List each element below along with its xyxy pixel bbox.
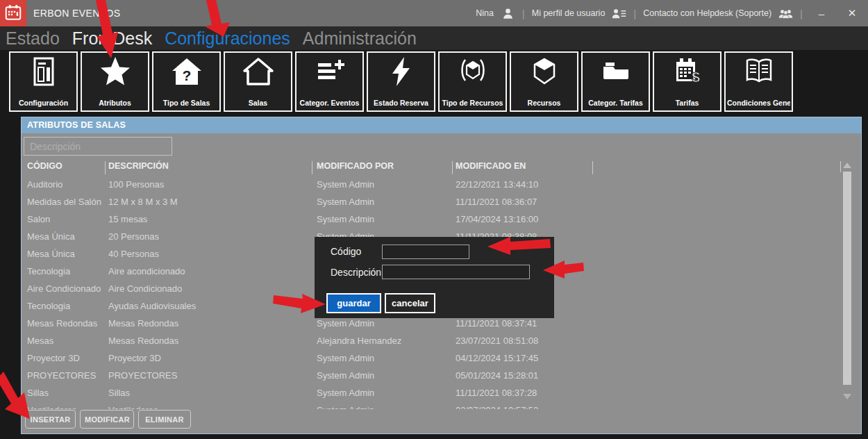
table-cell: Aire Condicionado: [108, 280, 313, 297]
table-cell: System Admin: [317, 210, 452, 228]
star-icon: [82, 55, 148, 88]
menu-item-configuraciones[interactable]: Configuraciones: [165, 26, 290, 50]
toolbar-button-categor-eventos[interactable]: Categor. Eventos: [295, 51, 364, 112]
helpdesk-link[interactable]: Contacto con Helpdesk (Soporte): [643, 8, 771, 18]
table-cell: System Admin: [317, 176, 452, 193]
titlebar: ERBON EVENTOS Nina | Mi perfil de usuari…: [0, 0, 868, 26]
open-book-icon: [726, 55, 792, 88]
table-cell: Sillas: [27, 384, 105, 401]
table-cell: Ventiladores: [108, 401, 313, 409]
scrollbar-down-icon[interactable]: [843, 394, 851, 399]
close-button[interactable]: ✕: [840, 7, 864, 19]
table-cell: Tecnologia: [27, 263, 105, 280]
table-cell: Proyector 3D: [27, 349, 105, 367]
profile-link[interactable]: Mi perfil de usuario: [532, 8, 606, 18]
toolbar-button-label: Configuración: [12, 99, 75, 107]
list-plus-icon: [297, 55, 362, 88]
table-cell: 22/12/2021 13:44:10: [456, 176, 598, 193]
table-cell: PROYECTORES: [27, 367, 105, 384]
toolbar-button-label: Estado Reserva: [369, 99, 433, 107]
folder-icon: [583, 55, 649, 88]
profile-list-icon: [612, 7, 626, 20]
house-icon: [225, 55, 291, 88]
table-row[interactable]: PROYECTORESPROYECTORESSystem Admin05/01/…: [22, 367, 841, 384]
table-row[interactable]: SillasSillasSystem Admin11/11/2021 08:37…: [22, 384, 841, 401]
toolbar-button-atributos[interactable]: Atributos: [81, 51, 149, 112]
toolbar-button-salas[interactable]: Salas: [224, 51, 292, 112]
eliminar-button[interactable]: ELIMINAR: [138, 410, 191, 429]
separator: |: [800, 8, 803, 19]
table-header: CÓDIGODESCRIPCIÓNMODIFICADO PORMODIFICAD…: [22, 161, 840, 175]
toolbar-button-estado-reserva[interactable]: Estado Reserva: [367, 51, 435, 112]
helpdesk-people-icon: [778, 7, 793, 20]
column-header-codigo[interactable]: CÓDIGO: [27, 161, 62, 171]
toolbar-button-tarifas[interactable]: $Tarifas: [653, 51, 721, 112]
app-calendar-icon: [0, 0, 26, 26]
table-row[interactable]: Auditorio100 PersonasSystem Admin22/12/2…: [22, 176, 841, 193]
table-cell: Mesa Única: [27, 228, 105, 245]
user-name[interactable]: Nina: [476, 8, 494, 18]
cube-brackets-icon: [440, 55, 506, 88]
toolbar-button-label: Tipo de Recursos: [441, 99, 504, 107]
toolbar-button-tipo-de-salas[interactable]: ?Tipo de Salas: [152, 51, 221, 112]
table-cell: Aire Condicionado: [27, 280, 105, 297]
toolbar-button-condiciones-gene[interactable]: Condiciones Gene: [724, 51, 793, 112]
table-row[interactable]: VentiladoresVentiladoresSystem Admin03/0…: [22, 401, 841, 409]
table-cell: 05/01/2024 15:28:01: [456, 367, 598, 384]
separator: |: [522, 8, 525, 19]
column-header-modificado-en[interactable]: MODIFICADO EN: [456, 161, 526, 171]
toolbar-button-recursos[interactable]: Recursos: [510, 51, 578, 112]
table-cell: Mesas: [27, 332, 105, 349]
menu-item-administracion[interactable]: Administración: [303, 26, 417, 50]
table-cell: System Admin: [317, 384, 452, 401]
search-input[interactable]: [24, 137, 172, 156]
table-cell: Mesas Redondas: [108, 315, 313, 332]
table-row[interactable]: Proyector 3DProyector 3DSystem Admin04/1…: [22, 349, 841, 367]
cancelar-button[interactable]: cancelar: [385, 293, 435, 313]
user-icon: [501, 7, 515, 20]
table-cell: Ventiladores: [27, 401, 105, 409]
descripcion-label: Descripción: [331, 267, 381, 278]
table-cell: Auditorio: [27, 176, 105, 193]
codigo-field[interactable]: [382, 245, 469, 259]
toolbar: ConfiguraciónAtributos?Tipo de SalasSala…: [0, 50, 868, 117]
table-cell: Mesa Única: [27, 245, 105, 263]
column-header-modificado-por[interactable]: MODIFICADO POR: [317, 161, 394, 171]
table-cell: Mesas Redondas: [108, 332, 313, 349]
table-cell: 11/11/2021 08:37:28: [456, 384, 598, 401]
table-cell: 17/04/2024 13:16:00: [456, 210, 598, 228]
scrollbar-thumb[interactable]: [843, 172, 851, 385]
toolbar-button-tipo-de-recursos[interactable]: Tipo de Recursos: [438, 51, 507, 112]
table-row[interactable]: Medidas del Salón12 M x 8 M x 3 MSystem …: [22, 193, 841, 210]
menu-item-frontdesk[interactable]: FrontDesk: [72, 26, 152, 50]
svg-text:$: $: [692, 69, 700, 85]
scrollbar-up-icon[interactable]: [843, 163, 851, 168]
insertar-button[interactable]: INSERTAR: [25, 410, 76, 429]
column-header-descripcion[interactable]: DESCRIPCIÓN: [108, 161, 169, 171]
menu-item-estado[interactable]: Estado: [6, 26, 60, 50]
guardar-button[interactable]: guardar: [326, 293, 381, 313]
table-cell: 100 Personas: [108, 176, 313, 193]
modificar-button[interactable]: MODIFICAR: [80, 410, 134, 429]
toolbar-button-label: Atributos: [83, 99, 147, 107]
column-divider: [105, 161, 106, 174]
table-cell: 23/07/2021 08:51:08: [456, 332, 598, 349]
toolbar-button-categor-tarifas[interactable]: Categor. Tarifas: [581, 51, 650, 112]
table-row[interactable]: MesasMesas RedondasAlejandra Hernandez23…: [22, 332, 841, 349]
toolbar-button-label: Condiciones Gene: [727, 99, 790, 107]
toolbar-button-label: Recursos: [512, 99, 576, 107]
toolbar-button-label: Categor. Tarifas: [584, 99, 647, 107]
descripcion-field[interactable]: [382, 265, 530, 279]
minimize-button[interactable]: –: [810, 8, 833, 19]
table-cell: Tecnologia: [27, 297, 105, 315]
column-divider: [840, 161, 841, 172]
table-cell: 40 Personas: [108, 245, 313, 263]
attribute-edit-dialog: Código Descripción guardar cancelar: [315, 237, 554, 318]
bolt-icon: [368, 55, 434, 88]
column-divider: [312, 161, 312, 174]
table-cell: Alejandra Hernandez: [317, 332, 452, 349]
table-row[interactable]: Salon15 mesasSystem Admin17/04/2024 13:1…: [22, 210, 841, 228]
table-cell: PROYECTORES: [108, 367, 313, 384]
toolbar-button-configuracion[interactable]: Configuración: [9, 51, 78, 112]
table-cell: System Admin: [317, 401, 452, 409]
